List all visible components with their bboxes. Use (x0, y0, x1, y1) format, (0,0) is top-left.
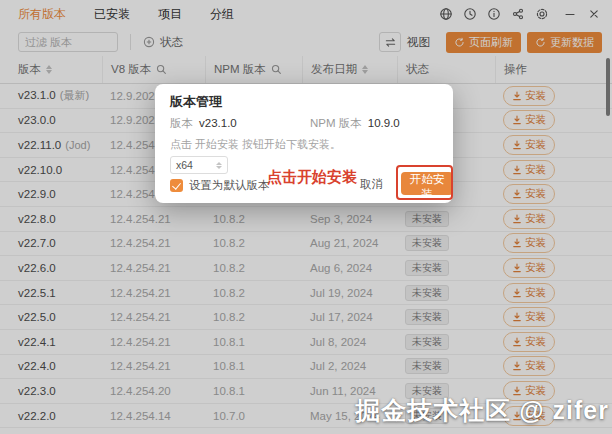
arch-select-value: x64 (176, 159, 193, 171)
modal-backdrop (0, 0, 612, 434)
version-value: v23.1.0 (199, 117, 237, 129)
version-manage-dialog: 版本管理 版本v23.1.0 NPM 版本10.9.0 点击 开始安装 按钮开始… (155, 84, 453, 203)
npm-label: NPM 版本 (310, 117, 362, 129)
select-caret-icon (216, 162, 222, 169)
dialog-description: 点击 开始安装 按钮开始下载安装。 (170, 137, 341, 152)
checkbox-label: 设置为默认版本 (189, 178, 270, 193)
set-default-checkbox[interactable]: 设置为默认版本 (170, 178, 270, 193)
app-window: 所有版本已安装项目分组 (0, 0, 612, 434)
dialog-fields: 版本v23.1.0 NPM 版本10.9.0 (170, 116, 237, 131)
cancel-button[interactable]: 取消 (360, 177, 383, 192)
checkbox-checked-icon (170, 179, 183, 192)
start-install-button[interactable]: 开始安装 (401, 172, 453, 195)
watermark: 掘金技术社区 @ zifer (355, 394, 609, 427)
arch-select[interactable]: x64 (170, 156, 228, 174)
annotation-text: 点击开始安装 (267, 168, 357, 187)
dialog-title: 版本管理 (170, 93, 222, 111)
version-label: 版本 (170, 117, 193, 129)
npm-value: 10.9.0 (368, 117, 400, 129)
